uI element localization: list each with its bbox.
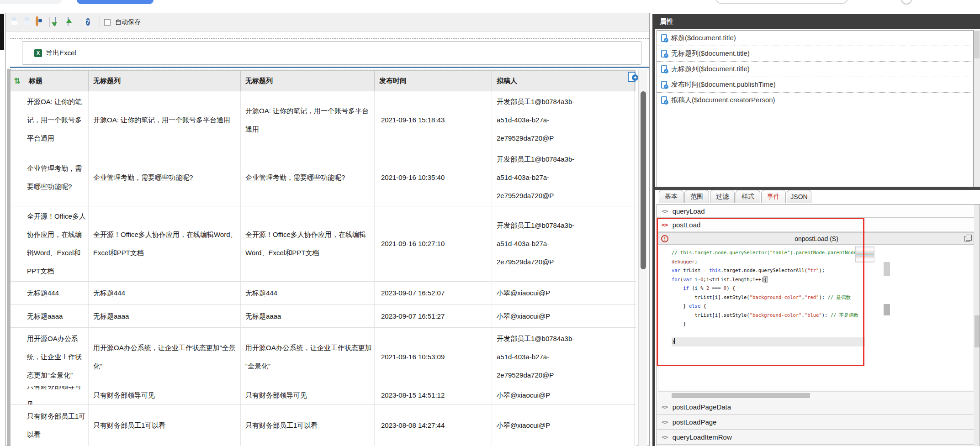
cell-text: 开发部员工1@b0784a3b-a51d-403a-b27a-2e79529da… <box>497 150 592 205</box>
code-token: "red" <box>805 294 819 300</box>
code-token: trList[i].setStyle( <box>672 294 750 300</box>
table-row[interactable]: 用开源OA办公系统，让企业工作状态更加“全景化”用开源OA办公系统，让企业工作状… <box>11 328 636 386</box>
tab-范围[interactable]: 范围 <box>684 190 709 203</box>
event-row-postLoadPageData[interactable]: <>postLoadPageData <box>657 399 974 415</box>
property-item[interactable]: ✓拟稿人($document.creatorPerson) <box>657 93 973 108</box>
field-doc-icon: ✓ <box>661 34 667 42</box>
code-token: { <box>700 303 706 309</box>
tab-事件[interactable]: 事件 <box>761 190 786 203</box>
cell-text: 2021-09-16 10:53:09 <box>381 348 445 366</box>
code-token: // 不是偶数 <box>831 312 858 318</box>
cell-text: 全开源！Office多人协作应用，在线编辑Word、Excel和PPT文档 <box>27 207 88 280</box>
preview-eye-icon[interactable] <box>35 17 45 27</box>
autosave-checkbox[interactable] <box>104 19 111 26</box>
export-excel-button[interactable]: X 导出Excel <box>22 41 641 65</box>
refresh-rows-icon[interactable]: ⇅ <box>11 71 24 91</box>
table-row[interactable]: 只有财务部员工1可以看只有财务部员工1可以看只有财务部员工1可以看2023-08… <box>11 405 636 446</box>
export-icon[interactable] <box>54 17 64 27</box>
cell-text: 小翠@xiaocui@P <box>497 386 550 404</box>
code-line: // this.target.node.querySelector("table… <box>672 248 878 257</box>
cell-text: 开源OA: 让你的笔记，用一个账号多平台通用 <box>245 102 374 138</box>
event-row-postLoad[interactable]: <>postLoad <box>657 218 974 231</box>
cell-text: 开发部员工1@b0784a3b-a51d-403a-b27a-2e79529da… <box>497 216 592 271</box>
code-line: if (i % 2 === 0) { <box>672 284 878 293</box>
event-row-postLoadPage[interactable]: <>postLoadPage <box>657 415 974 430</box>
code-token: ;i<trList.length;i++) <box>704 277 764 282</box>
tab-样式[interactable]: 样式 <box>736 190 760 203</box>
cell-text: 企业管理考勤，需要哪些功能呢? <box>93 168 193 187</box>
import-icon[interactable] <box>67 17 77 27</box>
table-cell: 企业管理考勤，需要哪些功能呢? <box>24 149 89 206</box>
minimap[interactable] <box>855 246 874 262</box>
code-token: trList = <box>680 268 709 273</box>
check-glyph: ✓ <box>664 38 668 42</box>
editor-scrollbar-thumb[interactable] <box>884 262 890 276</box>
property-item[interactable]: ✓发布时间($document.publishTime) <box>657 77 973 93</box>
table-cell: 只有财务部领导可见 <box>241 386 375 404</box>
code-editor[interactable]: // this.target.node.querySelector("table… <box>658 245 974 390</box>
column-header: 拟稿人 <box>492 71 635 91</box>
code-brackets-icon: <> <box>662 208 668 215</box>
properties-scrollbar[interactable] <box>974 30 980 189</box>
cell-text: 开发部员工1@b0784a3b-a51d-403a-b27a-2e79529da… <box>497 93 592 147</box>
check-glyph: ✓ <box>664 53 668 58</box>
tab-过滤[interactable]: 过滤 <box>710 190 735 203</box>
property-label: 标题($document.title) <box>671 34 736 42</box>
table-row[interactable]: 无标题444无标题444无标题4442023-09-07 16:52:07小翠@… <box>11 282 636 305</box>
table-cell: 企业管理考勤，需要哪些功能呢? <box>241 149 375 206</box>
event-row-queryLoad[interactable]: <>queryLoad <box>657 205 974 218</box>
toolbar-separator <box>100 17 100 27</box>
code-hscrollbar[interactable] <box>658 391 974 399</box>
event-row-queryLoadItemRow[interactable]: <>queryLoadItemRow <box>657 430 974 445</box>
code-content: // this.target.node.querySelector("table… <box>672 248 878 346</box>
add-action-icon[interactable]: + <box>628 72 636 82</box>
code-line: var trList = this.target.node.querySelec… <box>672 266 878 275</box>
property-item[interactable]: ✓无标题列($document.title) <box>657 62 973 77</box>
check-glyph: ✓ <box>664 100 668 105</box>
properties-scrollbar-thumb[interactable] <box>974 31 980 58</box>
tab-JSON[interactable]: JSON <box>787 190 811 203</box>
table-row[interactable]: 只有财务部领导可见只有财务部领导可见只有财务部领导可见2023-08-15 14… <box>11 386 636 405</box>
code-line: } else { <box>672 302 878 311</box>
save-icon[interactable] <box>10 17 20 27</box>
browser-active-button[interactable] <box>77 0 154 4</box>
avatar-circle-edge[interactable] <box>901 0 912 5</box>
table-cell: 2023-09-07 16:51:27 <box>375 305 492 327</box>
table-scrollbar[interactable] <box>638 70 647 446</box>
table-row[interactable]: 全开源！Office多人协作应用，在线编辑Word、Excel和PPT文档全开源… <box>11 206 636 282</box>
tab-基本[interactable]: 基本 <box>659 190 683 203</box>
browser-tab-ghost[interactable] <box>0 0 62 4</box>
code-editor-header[interactable]: ! onpostLoad (S) <box>658 232 974 245</box>
property-label: 发布时间($document.publishTime) <box>671 80 776 89</box>
code-token: this <box>709 268 720 273</box>
events-scrollbar[interactable] <box>974 205 980 446</box>
maximize-icon[interactable] <box>964 236 970 241</box>
table-row[interactable]: 无标题aaaa无标题aaaa无标题aaaa2023-09-07 16:51:27… <box>11 305 636 328</box>
editor-scrollbar-thumb2[interactable] <box>884 304 890 315</box>
code-token: trList[i].setStyle( <box>672 312 750 318</box>
code-token: else <box>689 303 700 309</box>
table-cell: 2021-09-16 10:35:40 <box>375 149 492 206</box>
code-token: "background-color" <box>750 294 802 300</box>
save-as-icon[interactable] <box>22 17 32 27</box>
designer-toolbar: ? 自动保存 <box>6 13 649 31</box>
panel-left-edge[interactable] <box>652 14 655 446</box>
table-cell: 2021-09-16 10:53:09 <box>375 328 492 386</box>
help-icon[interactable]: ? <box>85 17 95 27</box>
cell-text: 用开源OA办公系统，让企业工作状态更加“全景化” <box>27 330 88 384</box>
code-hscrollbar-thumb[interactable] <box>672 393 810 398</box>
table-cell: 全开源！Office多人协作应用，在线编辑Word、Excel和PPT文档 <box>24 206 89 281</box>
table-row[interactable]: 开源OA: 让你的笔记，用一个账号多平台通用开源OA: 让你的笔记，用一个账号多… <box>11 91 636 149</box>
table-row[interactable]: 企业管理考勤，需要哪些功能呢?企业管理考勤，需要哪些功能呢?企业管理考勤，需要哪… <box>11 149 636 206</box>
selected-widget-indicator <box>10 67 649 68</box>
events-scrollbar-thumb[interactable] <box>975 315 980 347</box>
property-item[interactable]: ✓标题($document.title) <box>657 31 973 46</box>
section-divider[interactable] <box>655 187 980 190</box>
table-scrollbar-thumb[interactable] <box>641 91 646 269</box>
code-token: ); <box>822 312 831 318</box>
table-cell: 2021-09-16 10:27:10 <box>375 206 492 281</box>
search-box-edge[interactable] <box>715 0 848 4</box>
property-item[interactable]: ✓无标题列($document.title) <box>657 46 973 62</box>
side-panel-handle[interactable] <box>0 14 4 50</box>
table-cell: 用开源OA办公系统，让企业工作状态更加“全景化” <box>24 328 89 386</box>
